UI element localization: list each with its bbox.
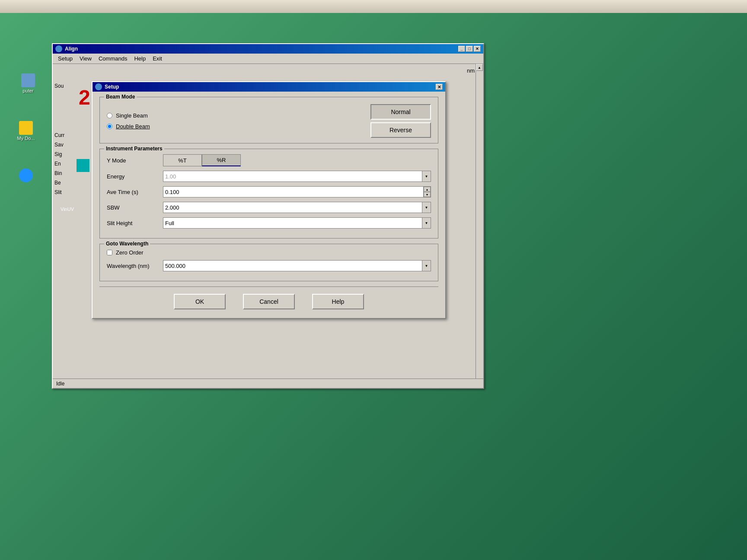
wavelength-row: Wavelength (nm) ▼ xyxy=(107,260,431,271)
setup-body: Beam Mode Single Beam Double Beam xyxy=(93,92,445,318)
desktop-icon-mydocs-label: My Do... xyxy=(17,136,35,141)
ave-time-label: Ave Time (s) xyxy=(107,189,163,195)
align-minimize-btn[interactable]: _ xyxy=(458,46,465,52)
energy-row: Energy ▼ xyxy=(107,171,431,182)
folder-icon xyxy=(19,121,33,135)
align-maximize-btn[interactable]: □ xyxy=(466,46,473,52)
beam-mode-buttons: Normal Reverse xyxy=(370,104,431,138)
beam-mode-group: Beam Mode Single Beam Double Beam xyxy=(99,97,438,143)
setup-close-btn[interactable]: ✕ xyxy=(436,84,443,90)
pct-r-btn[interactable]: %R xyxy=(202,154,241,166)
align-window-icon xyxy=(55,45,62,52)
align-close-btn[interactable]: ✕ xyxy=(474,46,481,52)
scroll-up-btn[interactable]: ▲ xyxy=(476,64,483,71)
menu-view[interactable]: View xyxy=(76,54,95,63)
sbw-field-group: ▼ xyxy=(163,202,431,213)
sbw-dropdown-icon: ▼ xyxy=(425,206,428,210)
side-label-be: Be xyxy=(54,180,86,186)
single-beam-option[interactable]: Single Beam xyxy=(107,112,150,119)
ave-time-input-container: ▲ ▼ xyxy=(163,186,431,197)
slit-height-input-container: ▼ xyxy=(163,217,431,229)
single-beam-label: Single Beam xyxy=(116,112,148,119)
cancel-button[interactable]: Cancel xyxy=(243,294,295,309)
desktop-icon-ie[interactable] xyxy=(9,169,43,183)
sbw-field[interactable] xyxy=(163,204,422,212)
goto-wavelength-title: Goto Wavelength xyxy=(104,241,150,247)
status-text: Idle xyxy=(56,381,64,387)
menu-commands[interactable]: Commands xyxy=(95,54,131,63)
sbw-dropdown-arrow[interactable]: ▼ xyxy=(422,202,431,213)
slit-height-dropdown-arrow[interactable]: ▼ xyxy=(422,218,431,228)
ave-time-row: Ave Time (s) ▲ ▼ xyxy=(107,186,431,197)
energy-field-group: ▼ xyxy=(163,171,431,182)
wavelength-dropdown-icon: ▼ xyxy=(425,264,428,268)
align-titlebar-buttons: _ □ ✕ xyxy=(458,46,481,52)
align-titlebar-left: Align xyxy=(55,45,78,52)
setup-dialog: Setup ✕ Beam Mode xyxy=(92,81,446,319)
double-beam-label: Double Beam xyxy=(116,123,150,130)
help-button[interactable]: Help xyxy=(312,294,364,309)
maximize-icon: □ xyxy=(468,47,470,51)
align-titlebar: Align _ □ ✕ xyxy=(53,44,483,54)
setup-titlebar-left: Setup xyxy=(95,83,119,90)
wavelength-dropdown-arrow[interactable]: ▼ xyxy=(422,261,431,271)
goto-wavelength-group: Goto Wavelength Zero Order Wavelength (n… xyxy=(99,244,438,281)
slit-height-dropdown-icon: ▼ xyxy=(425,221,428,225)
slit-height-field-group: ▼ xyxy=(163,217,431,229)
setup-titlebar: Setup ✕ xyxy=(93,82,445,92)
desktop-icon-mycomputer[interactable]: puter xyxy=(11,73,45,93)
dialog-buttons: OK Cancel Help xyxy=(99,286,438,313)
y-mode-label: Y Mode xyxy=(107,157,163,164)
setup-title: Setup xyxy=(105,84,119,90)
align-window: Align _ □ ✕ Setup View Commands Help Exi… xyxy=(52,43,484,389)
slit-height-row: Slit Height ▼ xyxy=(107,217,431,229)
desktop-top-bar xyxy=(0,0,747,13)
menu-exit[interactable]: Exit xyxy=(149,54,166,63)
ie-icon xyxy=(19,169,33,182)
align-window-title: Align xyxy=(65,46,78,52)
wavelength-label: Wavelength (nm) xyxy=(107,263,163,269)
side-label-slit: Slit xyxy=(54,189,86,195)
ave-time-spinner-up[interactable]: ▲ xyxy=(424,187,431,192)
nm-label: nm xyxy=(467,67,475,74)
menu-help[interactable]: Help xyxy=(131,54,149,63)
double-beam-radio[interactable] xyxy=(107,124,112,129)
energy-field[interactable] xyxy=(163,172,422,181)
menu-setup[interactable]: Setup xyxy=(54,54,76,63)
normal-button[interactable]: Normal xyxy=(370,104,431,120)
desktop: puter My Do... Align _ □ ✕ xyxy=(0,0,747,560)
y-mode-row: Y Mode %T %R xyxy=(107,154,431,166)
setup-close-icon: ✕ xyxy=(437,85,441,89)
y-mode-input: %T %R xyxy=(163,154,431,166)
ave-time-field[interactable] xyxy=(163,188,423,196)
zero-order-label: Zero Order xyxy=(116,249,144,256)
single-beam-radio[interactable] xyxy=(107,113,112,118)
wavelength-field-group: ▼ xyxy=(163,260,431,271)
side-label-sav: Sav xyxy=(54,142,86,148)
zero-order-row: Zero Order xyxy=(107,249,431,256)
slit-height-field[interactable] xyxy=(163,219,422,227)
sbw-input-container: ▼ xyxy=(163,202,431,213)
ave-time-field-group: ▲ ▼ xyxy=(163,186,431,197)
zero-order-checkbox[interactable] xyxy=(107,250,112,255)
double-beam-option[interactable]: Double Beam xyxy=(107,123,150,130)
side-label-sig: Sig xyxy=(54,151,86,157)
close-icon: ✕ xyxy=(476,47,479,51)
ave-time-spinner-down[interactable]: ▼ xyxy=(424,192,431,197)
instrument-params-title: Instrument Parameters xyxy=(104,146,164,152)
reverse-button[interactable]: Reverse xyxy=(370,122,431,138)
desktop-icon-label: puter xyxy=(22,88,33,93)
beam-mode-group-title: Beam Mode xyxy=(104,94,137,100)
energy-input-container: ▼ xyxy=(163,171,431,182)
energy-label: Energy xyxy=(107,173,163,180)
teal-indicator xyxy=(77,159,89,172)
scrollbar[interactable]: ▲ xyxy=(476,64,483,388)
red-number: 2 xyxy=(79,86,90,109)
wavelength-field[interactable] xyxy=(163,262,422,270)
sbw-label: SBW xyxy=(107,204,163,211)
energy-dropdown-arrow[interactable]: ▼ xyxy=(422,171,431,181)
pct-t-btn[interactable]: %T xyxy=(163,154,202,166)
wavelength-input-container: ▼ xyxy=(163,260,431,271)
desktop-icon-mydocs[interactable]: My Do... xyxy=(9,121,43,141)
ok-button[interactable]: OK xyxy=(174,294,226,309)
